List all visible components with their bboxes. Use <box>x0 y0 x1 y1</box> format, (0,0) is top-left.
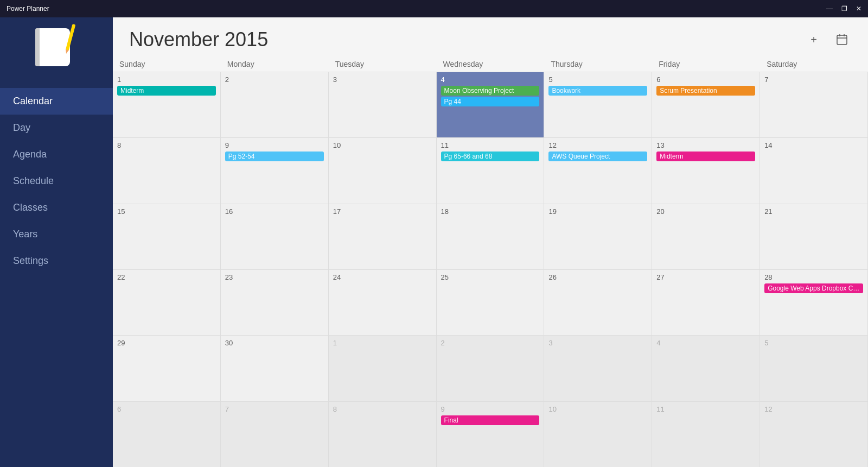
close-button[interactable]: ✕ <box>856 5 861 12</box>
sidebar-item-day[interactable]: Day <box>0 115 113 141</box>
day-cell-today[interactable]: 4 Moon Observing Project Pg 44 <box>437 72 545 137</box>
day-number: 17 <box>333 207 432 216</box>
calendar-grid: Sunday Monday Tuesday Wednesday Thursday… <box>113 56 868 467</box>
day-cell[interactable]: 13 Midterm <box>652 138 760 203</box>
logo-book <box>37 28 70 66</box>
day-cell[interactable]: 1 <box>329 336 437 401</box>
sidebar-item-schedule[interactable]: Schedule <box>0 168 113 194</box>
day-header-wed: Wednesday <box>437 56 545 72</box>
day-cell[interactable]: 12 <box>760 402 868 467</box>
svg-rect-0 <box>837 35 847 45</box>
day-number: 6 <box>656 75 755 84</box>
day-cell[interactable]: 6 <box>113 402 221 467</box>
day-cell[interactable]: 9 Pg 52-54 <box>221 138 329 203</box>
day-number: 27 <box>656 273 755 281</box>
day-cell[interactable]: 22 <box>113 270 221 335</box>
day-cell[interactable]: 5 <box>760 336 868 401</box>
day-cell[interactable]: 12 AWS Queue Project <box>544 138 652 203</box>
day-cell[interactable]: 3 <box>329 72 437 137</box>
day-cell[interactable]: 20 <box>652 204 760 269</box>
day-cell[interactable]: 5 Bookwork <box>544 72 652 137</box>
day-cell[interactable]: 10 <box>329 138 437 203</box>
week-row: 22 23 24 25 26 27 28 G <box>113 269 868 335</box>
logo-icon <box>37 28 75 72</box>
sidebar-item-agenda[interactable]: Agenda <box>0 141 113 168</box>
day-cell[interactable]: 23 <box>221 270 329 335</box>
day-number: 3 <box>548 339 647 347</box>
day-number: 20 <box>656 207 755 216</box>
title-bar: Power Planner — ❐ ✕ <box>0 0 868 17</box>
day-number: 12 <box>764 405 863 413</box>
event[interactable]: Pg 44 <box>441 97 540 106</box>
day-number: 26 <box>548 273 647 281</box>
calendar-header: November 2015 + <box>113 17 868 56</box>
day-cell[interactable]: 11 <box>652 402 760 467</box>
calendar-view-button[interactable] <box>832 30 852 49</box>
day-cell[interactable]: 3 <box>544 336 652 401</box>
day-cell[interactable]: 6 Scrum Presentation <box>652 72 760 137</box>
minimize-button[interactable]: — <box>826 5 833 12</box>
event[interactable]: Bookwork <box>548 86 647 96</box>
day-cell[interactable]: 7 <box>221 402 329 467</box>
day-number: 1 <box>333 339 432 347</box>
day-number: 28 <box>764 273 863 281</box>
day-number: 16 <box>225 207 324 216</box>
sidebar-item-years[interactable]: Years <box>0 221 113 248</box>
day-cell[interactable]: 27 <box>652 270 760 335</box>
event[interactable]: Final <box>441 415 540 425</box>
day-cell[interactable]: 8 <box>329 402 437 467</box>
week-row: 15 16 17 18 19 20 21 <box>113 204 868 269</box>
day-number: 11 <box>441 141 540 149</box>
event[interactable]: AWS Queue Project <box>548 152 647 161</box>
main-content: November 2015 + Sunday Monday Tuesday We… <box>113 17 868 467</box>
day-cell[interactable]: 17 <box>329 204 437 269</box>
sidebar-item-calendar[interactable]: Calendar <box>0 88 113 115</box>
day-cell[interactable]: 4 <box>652 336 760 401</box>
window-controls[interactable]: — ❐ ✕ <box>826 5 861 12</box>
day-number: 30 <box>225 339 324 347</box>
calendar-title: November 2015 <box>129 28 268 51</box>
event[interactable]: Pg 65-66 and 68 <box>441 152 540 161</box>
day-number: 2 <box>441 339 540 347</box>
day-number: 13 <box>656 141 755 149</box>
day-cell[interactable]: 30 <box>221 336 329 401</box>
event[interactable]: Midterm <box>656 152 755 161</box>
day-number: 5 <box>764 339 863 347</box>
day-number: 4 <box>656 339 755 347</box>
day-number: 24 <box>333 273 432 281</box>
event[interactable]: Scrum Presentation <box>656 86 755 96</box>
day-cell[interactable]: 2 <box>437 336 545 401</box>
day-number: 9 <box>225 141 324 149</box>
day-cell[interactable]: 29 <box>113 336 221 401</box>
sidebar-item-classes[interactable]: Classes <box>0 194 113 221</box>
day-cell[interactable]: 15 <box>113 204 221 269</box>
day-cell[interactable]: 2 <box>221 72 329 137</box>
day-cell[interactable]: 21 <box>760 204 868 269</box>
day-cell[interactable]: 14 <box>760 138 868 203</box>
day-cell[interactable]: 8 <box>113 138 221 203</box>
event[interactable]: Google Web Apps Dropbox Cli... <box>764 283 863 293</box>
day-cell[interactable]: 1 Midterm <box>113 72 221 137</box>
day-cell[interactable]: 18 <box>437 204 545 269</box>
day-number: 10 <box>548 405 647 413</box>
day-cell[interactable]: 28 Google Web Apps Dropbox Cli... <box>760 270 868 335</box>
day-cell[interactable]: 10 <box>544 402 652 467</box>
maximize-button[interactable]: ❐ <box>841 5 847 12</box>
sidebar-item-settings[interactable]: Settings <box>0 248 113 274</box>
day-cell[interactable]: 16 <box>221 204 329 269</box>
event[interactable]: Midterm <box>117 86 216 96</box>
day-cell[interactable]: 25 <box>437 270 545 335</box>
event[interactable]: Pg 52-54 <box>225 152 324 161</box>
day-headers: Sunday Monday Tuesday Wednesday Thursday… <box>113 56 868 72</box>
week-row: 8 9 Pg 52-54 10 11 Pg 65-66 and 68 12 AW… <box>113 137 868 203</box>
day-cell[interactable]: 11 Pg 65-66 and 68 <box>437 138 545 203</box>
day-number: 5 <box>548 75 647 84</box>
day-cell[interactable]: 19 <box>544 204 652 269</box>
add-event-button[interactable]: + <box>804 30 824 49</box>
event[interactable]: Moon Observing Project <box>441 86 540 96</box>
day-cell[interactable]: 24 <box>329 270 437 335</box>
day-cell[interactable]: 9 Final <box>437 402 545 467</box>
day-cell[interactable]: 7 <box>760 72 868 137</box>
day-cell[interactable]: 26 <box>544 270 652 335</box>
day-number: 4 <box>441 75 540 84</box>
